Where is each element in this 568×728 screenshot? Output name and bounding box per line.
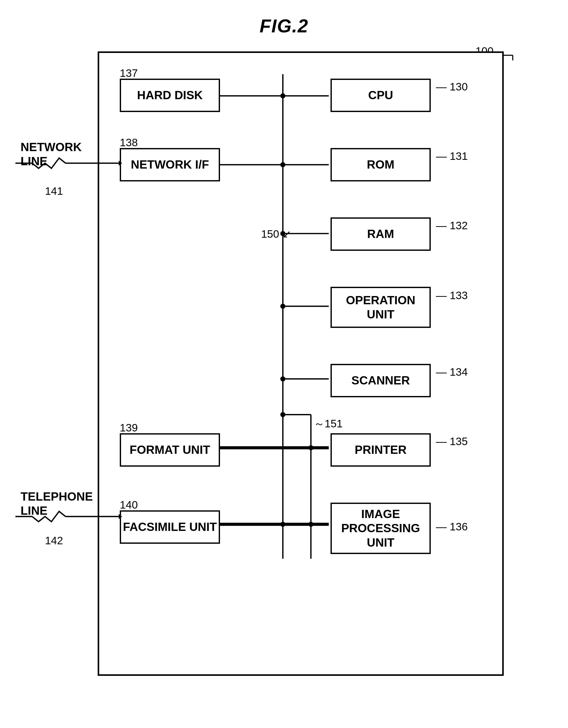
connection-svg <box>0 0 568 728</box>
svg-marker-33 <box>119 514 122 519</box>
svg-marker-29 <box>119 161 122 166</box>
